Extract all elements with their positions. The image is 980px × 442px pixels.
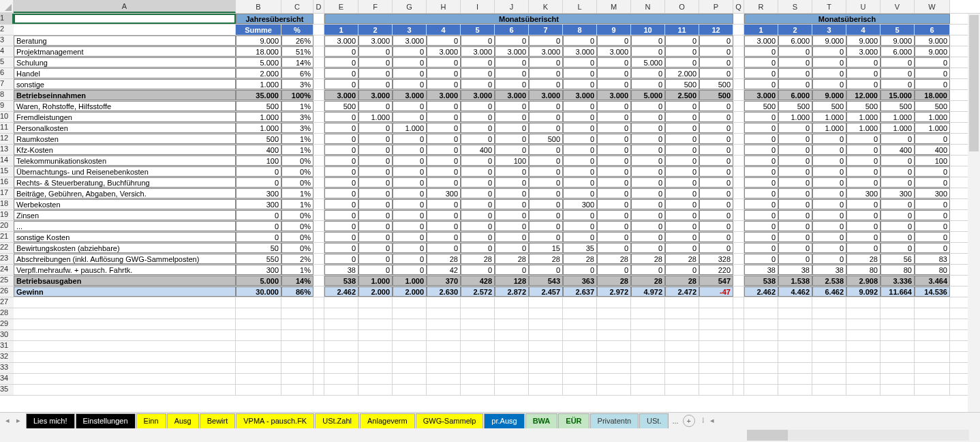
empty-cell[interactable] (461, 352, 495, 362)
cum-cell[interactable]: 0 (778, 156, 812, 166)
month-cell[interactable]: 0 (665, 177, 699, 188)
month-cell[interactable]: 0 (563, 177, 597, 188)
empty-cell[interactable] (733, 319, 744, 329)
month-header[interactable]: 6 (915, 25, 950, 35)
month-cell[interactable]: 0 (495, 145, 529, 155)
month-cell[interactable]: 0 (597, 68, 631, 78)
cum-cell[interactable]: 38 (778, 265, 812, 275)
cum-cell[interactable]: 0 (812, 188, 846, 198)
month-cell[interactable]: 3.000 (461, 90, 495, 100)
row-header[interactable]: 34 (0, 374, 14, 384)
cum-cell[interactable]: 1.000 (915, 112, 950, 122)
empty-cell[interactable] (744, 308, 778, 319)
row-header[interactable]: 11 (0, 123, 14, 133)
pct-cell[interactable]: 86% (281, 286, 313, 297)
cum-cell[interactable]: 0 (778, 188, 812, 198)
empty-cell[interactable] (915, 308, 950, 319)
month-header[interactable]: 3 (393, 25, 427, 35)
month-cell[interactable]: 2.972 (597, 286, 631, 297)
month-cell[interactable]: 0 (495, 188, 529, 198)
month-cell[interactable]: 0 (529, 177, 563, 188)
month-cell[interactable]: 3.000 (393, 35, 427, 46)
cum-cell[interactable]: 0 (812, 46, 846, 57)
month-cell[interactable]: 0 (597, 134, 631, 144)
sum-cell[interactable]: 1.000 (236, 123, 281, 133)
sum-cell[interactable]: 100 (236, 156, 281, 166)
month-cell[interactable]: 0 (461, 68, 495, 78)
cum-cell[interactable]: 3.464 (915, 276, 950, 286)
month-cell[interactable]: 0 (324, 232, 358, 242)
empty-cell[interactable] (393, 297, 427, 308)
cum-cell[interactable]: 0 (744, 123, 778, 133)
month-cell[interactable]: 0 (699, 68, 733, 78)
empty-cell[interactable] (236, 374, 281, 384)
cum-cell[interactable]: 538 (744, 276, 778, 286)
month-cell[interactable]: 0 (461, 232, 495, 242)
month-cell[interactable]: 300 (427, 188, 461, 198)
empty-cell[interactable] (563, 352, 597, 362)
empty-cell[interactable] (733, 308, 744, 319)
empty-cell[interactable] (563, 385, 597, 395)
month-cell[interactable]: 0 (597, 156, 631, 166)
month-header[interactable]: 4 (846, 25, 881, 35)
month-cell[interactable]: 0 (495, 57, 529, 68)
cum-cell[interactable]: 0 (812, 232, 846, 242)
month-cell[interactable]: 0 (563, 57, 597, 68)
row-label[interactable]: Beratung (14, 35, 236, 46)
cum-cell[interactable]: 12.000 (846, 90, 881, 100)
month-cell[interactable]: 0 (529, 123, 563, 133)
empty-cell[interactable] (597, 352, 631, 362)
month-cell[interactable]: 0 (393, 156, 427, 166)
month-cell[interactable]: 2.000 (665, 68, 699, 78)
cum-cell[interactable]: 3.000 (744, 90, 778, 100)
cum-cell[interactable]: 3.000 (744, 35, 778, 46)
cum-cell[interactable]: 0 (915, 166, 950, 177)
month-cell[interactable]: 3.000 (495, 90, 529, 100)
month-cell[interactable]: 0 (597, 221, 631, 231)
row-header[interactable]: 30 (0, 330, 14, 340)
month-cell[interactable]: 0 (529, 101, 563, 111)
empty-cell[interactable] (733, 352, 744, 362)
month-cell[interactable]: 0 (631, 145, 665, 155)
month-cell[interactable]: 100 (495, 156, 529, 166)
month-cell[interactable]: 0 (563, 221, 597, 231)
cum-cell[interactable]: 0 (846, 134, 881, 144)
row-label[interactable]: Personalkosten (14, 123, 236, 133)
cum-cell[interactable]: 0 (881, 156, 915, 166)
month-cell[interactable]: 0 (529, 199, 563, 209)
month-cell[interactable]: 0 (393, 177, 427, 188)
empty-cell[interactable] (733, 385, 744, 395)
cum-cell[interactable]: 0 (812, 254, 846, 264)
month-cell[interactable]: 1.000 (358, 276, 393, 286)
month-header[interactable]: 1 (324, 25, 358, 35)
month-cell[interactable]: 2.457 (529, 286, 563, 297)
row-label[interactable]: Bewirtungskosten (abziehbare) (14, 243, 236, 253)
empty-cell[interactable] (778, 297, 812, 308)
month-cell[interactable]: 28 (631, 276, 665, 286)
month-cell[interactable]: 0 (563, 232, 597, 242)
empty-cell[interactable] (281, 363, 313, 373)
month-cell[interactable]: 363 (563, 276, 597, 286)
col-header-R[interactable]: R (744, 0, 778, 13)
month-cell[interactable]: 2.000 (358, 286, 393, 297)
month-cell[interactable]: 0 (495, 101, 529, 111)
month-header[interactable]: 4 (427, 25, 461, 35)
sum-cell[interactable]: 9.000 (236, 35, 281, 46)
row-label[interactable]: Betriebseinnahmen (14, 90, 236, 100)
month-cell[interactable]: 0 (563, 210, 597, 220)
empty-cell[interactable] (733, 363, 744, 373)
cum-cell[interactable]: 0 (846, 145, 881, 155)
row-header[interactable]: 20 (0, 221, 14, 231)
month-cell[interactable]: 0 (427, 199, 461, 209)
sheet-tab[interactable]: USt. (639, 413, 669, 428)
month-cell[interactable]: 0 (358, 46, 393, 57)
cum-cell[interactable]: 0 (915, 79, 950, 89)
month-cell[interactable]: 0 (529, 35, 563, 46)
row-header[interactable]: 4 (0, 46, 14, 57)
cum-cell[interactable]: 0 (812, 199, 846, 209)
pct-cell[interactable]: 51% (281, 46, 313, 57)
empty-cell[interactable] (281, 297, 313, 308)
cum-cell[interactable]: 18.000 (915, 90, 950, 100)
sum-cell[interactable]: 35.000 (236, 90, 281, 100)
month-cell[interactable]: 3.000 (563, 46, 597, 57)
